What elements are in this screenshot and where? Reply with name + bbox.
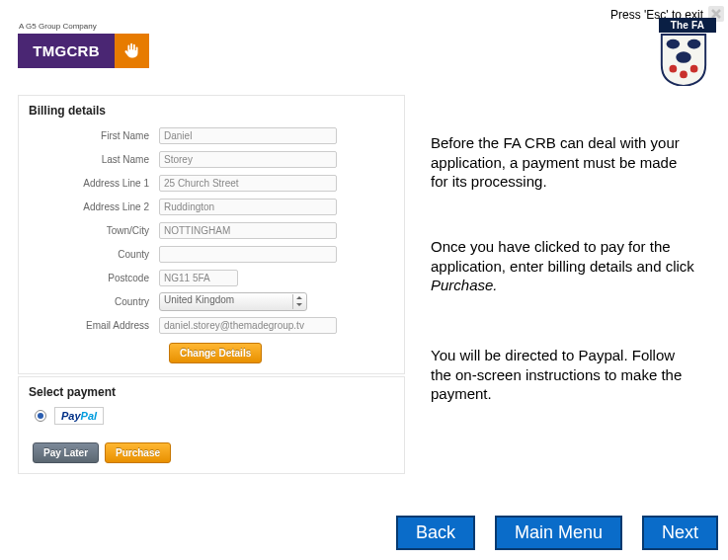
country-select[interactable]: United Kingdom bbox=[159, 292, 307, 311]
country-value: United Kingdom bbox=[164, 294, 234, 305]
first-name-field[interactable] bbox=[159, 127, 337, 144]
info-text-1: Before the FA CRB can deal with your app… bbox=[431, 133, 697, 192]
spinner-icon bbox=[292, 294, 304, 309]
county-label: County bbox=[31, 249, 159, 260]
info-text-3: You will be directed to Paypal. Follow t… bbox=[431, 346, 697, 404]
fa-text: The FA bbox=[659, 18, 716, 33]
brand-tagline: A G5 Group Company bbox=[19, 22, 156, 31]
email-label: Email Address bbox=[31, 320, 159, 331]
svg-point-2 bbox=[688, 40, 701, 49]
svg-point-3 bbox=[676, 51, 690, 63]
payment-panel: Select payment PayPal Pay Later Purchase bbox=[18, 376, 405, 474]
address2-label: Address Line 2 bbox=[31, 201, 159, 212]
billing-panel: Billing details First Name Last Name Add… bbox=[18, 95, 405, 374]
info-text-2a: Once you have clicked to pay for the app… bbox=[431, 238, 694, 275]
postcode-field[interactable] bbox=[159, 270, 238, 286]
town-field[interactable] bbox=[159, 222, 337, 239]
postcode-label: Postcode bbox=[31, 273, 159, 283]
brand-logo: A G5 Group Company TMGCRB bbox=[18, 22, 156, 67]
last-name-label: Last Name bbox=[31, 154, 159, 165]
paypal-text-a: Pay bbox=[61, 410, 81, 422]
main-menu-button[interactable]: Main Menu bbox=[495, 516, 622, 550]
brand-text: TMGCRB bbox=[18, 34, 115, 68]
town-label: Town/City bbox=[31, 225, 159, 236]
paypal-text-b: Pal bbox=[81, 410, 98, 422]
fa-logo: The FA bbox=[659, 18, 716, 89]
first-name-label: First Name bbox=[31, 130, 159, 141]
paypal-logo: PayPal bbox=[54, 407, 104, 425]
fa-crest-icon bbox=[659, 33, 708, 86]
svg-point-5 bbox=[680, 71, 688, 79]
last-name-field[interactable] bbox=[159, 151, 337, 168]
svg-point-6 bbox=[690, 65, 698, 73]
address1-field[interactable] bbox=[159, 175, 337, 192]
country-label: Country bbox=[31, 296, 159, 307]
change-details-button[interactable]: Change Details bbox=[169, 343, 262, 363]
address1-label: Address Line 1 bbox=[31, 178, 159, 189]
back-button[interactable]: Back bbox=[396, 516, 475, 550]
info-text-2b: Purchase. bbox=[431, 277, 498, 293]
billing-title: Billing details bbox=[29, 104, 392, 118]
purchase-button[interactable]: Purchase bbox=[105, 442, 171, 463]
payment-title: Select payment bbox=[29, 385, 392, 399]
hand-icon bbox=[115, 34, 149, 68]
svg-point-1 bbox=[667, 40, 681, 49]
info-text-2: Once you have clicked to pay for the app… bbox=[431, 237, 697, 295]
county-field[interactable] bbox=[159, 246, 337, 263]
next-button[interactable]: Next bbox=[642, 516, 718, 550]
svg-point-4 bbox=[670, 65, 678, 73]
paypal-radio[interactable] bbox=[35, 410, 46, 422]
address2-field[interactable] bbox=[159, 199, 337, 215]
pay-later-button[interactable]: Pay Later bbox=[33, 442, 99, 463]
email-field[interactable] bbox=[159, 317, 337, 334]
